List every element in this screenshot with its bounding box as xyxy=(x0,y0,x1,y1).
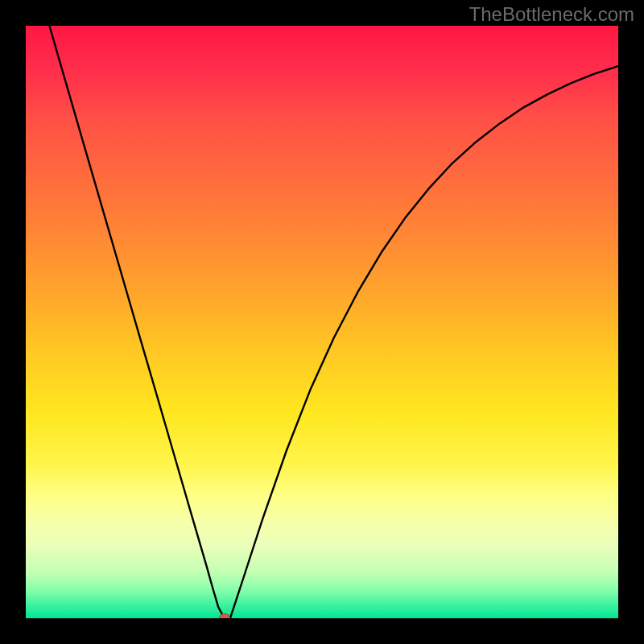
plot-area xyxy=(26,26,618,618)
watermark-text: TheBottleneck.com xyxy=(469,3,634,26)
minimum-marker xyxy=(219,613,230,618)
curve-svg xyxy=(26,26,618,618)
bottleneck-curve-path xyxy=(49,26,618,618)
chart-container: TheBottleneck.com xyxy=(0,0,644,644)
